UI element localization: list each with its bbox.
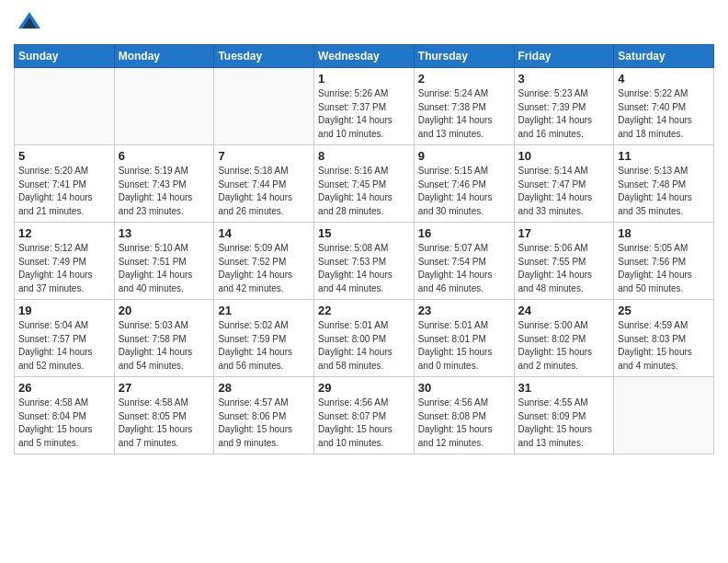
- day-number: 11: [618, 149, 710, 163]
- calendar-cell: 9Sunrise: 5:15 AM Sunset: 7:46 PM Daylig…: [414, 145, 514, 223]
- day-info: Sunrise: 5:01 AM Sunset: 8:00 PM Dayligh…: [318, 319, 410, 373]
- day-info: Sunrise: 5:19 AM Sunset: 7:43 PM Dayligh…: [119, 165, 210, 218]
- weekday-header-wednesday: Wednesday: [314, 45, 415, 68]
- day-number: 8: [318, 149, 410, 163]
- day-number: 26: [18, 381, 110, 395]
- calendar-cell: [15, 68, 115, 145]
- calendar-cell: 27Sunrise: 4:58 AM Sunset: 8:05 PM Dayli…: [114, 377, 214, 454]
- logo: [14, 9, 48, 37]
- day-number: 3: [518, 72, 610, 86]
- calendar-cell: 2Sunrise: 5:24 AM Sunset: 7:38 PM Daylig…: [414, 68, 514, 145]
- day-number: 30: [418, 381, 510, 395]
- calendar-cell: 29Sunrise: 4:56 AM Sunset: 8:07 PM Dayli…: [314, 377, 415, 454]
- day-info: Sunrise: 5:01 AM Sunset: 8:01 PM Dayligh…: [418, 319, 510, 373]
- day-number: 2: [418, 72, 510, 86]
- calendar-cell: 30Sunrise: 4:56 AM Sunset: 8:08 PM Dayli…: [414, 377, 514, 454]
- day-info: Sunrise: 4:57 AM Sunset: 8:06 PM Dayligh…: [218, 396, 310, 450]
- week-row-0: 1Sunrise: 5:26 AM Sunset: 7:37 PM Daylig…: [15, 68, 714, 145]
- weekday-header-row: SundayMondayTuesdayWednesdayThursdayFrid…: [15, 45, 714, 68]
- calendar-cell: 12Sunrise: 5:12 AM Sunset: 7:49 PM Dayli…: [15, 223, 115, 300]
- day-number: 25: [618, 304, 710, 317]
- day-info: Sunrise: 5:02 AM Sunset: 7:59 PM Dayligh…: [218, 319, 310, 373]
- calendar-cell: 8Sunrise: 5:16 AM Sunset: 7:45 PM Daylig…: [314, 145, 415, 223]
- calendar-cell: 13Sunrise: 5:10 AM Sunset: 7:51 PM Dayli…: [114, 223, 214, 300]
- calendar-cell: 7Sunrise: 5:18 AM Sunset: 7:44 PM Daylig…: [214, 145, 314, 223]
- calendar-cell: 14Sunrise: 5:09 AM Sunset: 7:52 PM Dayli…: [214, 223, 314, 300]
- day-info: Sunrise: 4:56 AM Sunset: 8:08 PM Dayligh…: [418, 396, 510, 450]
- day-info: Sunrise: 5:06 AM Sunset: 7:55 PM Dayligh…: [518, 242, 610, 295]
- calendar-cell: 18Sunrise: 5:05 AM Sunset: 7:56 PM Dayli…: [614, 223, 714, 300]
- calendar-cell: 4Sunrise: 5:22 AM Sunset: 7:40 PM Daylig…: [614, 68, 714, 145]
- day-info: Sunrise: 4:58 AM Sunset: 8:04 PM Dayligh…: [18, 396, 110, 450]
- calendar-cell: 17Sunrise: 5:06 AM Sunset: 7:55 PM Dayli…: [514, 223, 614, 300]
- day-number: 10: [518, 149, 610, 163]
- day-info: Sunrise: 5:12 AM Sunset: 7:49 PM Dayligh…: [18, 242, 110, 295]
- day-number: 27: [119, 381, 210, 395]
- day-number: 21: [218, 304, 310, 317]
- weekday-header-sunday: Sunday: [15, 45, 115, 68]
- day-info: Sunrise: 5:18 AM Sunset: 7:44 PM Dayligh…: [218, 165, 310, 218]
- day-number: 24: [518, 304, 610, 317]
- day-number: 19: [18, 304, 110, 317]
- day-info: Sunrise: 5:10 AM Sunset: 7:51 PM Dayligh…: [119, 242, 210, 295]
- day-number: 22: [318, 304, 410, 317]
- day-number: 7: [218, 149, 310, 163]
- day-number: 14: [218, 226, 310, 240]
- day-info: Sunrise: 5:08 AM Sunset: 7:53 PM Dayligh…: [318, 242, 410, 295]
- calendar-cell: 5Sunrise: 5:20 AM Sunset: 7:41 PM Daylig…: [15, 145, 115, 223]
- calendar-cell: 23Sunrise: 5:01 AM Sunset: 8:01 PM Dayli…: [414, 300, 514, 377]
- day-number: 4: [618, 72, 710, 86]
- calendar-cell: 20Sunrise: 5:03 AM Sunset: 7:58 PM Dayli…: [114, 300, 214, 377]
- day-number: 31: [518, 381, 610, 395]
- calendar-cell: 24Sunrise: 5:00 AM Sunset: 8:02 PM Dayli…: [514, 300, 614, 377]
- calendar-cell: 19Sunrise: 5:04 AM Sunset: 7:57 PM Dayli…: [15, 300, 115, 377]
- day-number: 9: [418, 149, 510, 163]
- weekday-header-monday: Monday: [114, 45, 214, 68]
- weekday-header-friday: Friday: [514, 45, 614, 68]
- day-number: 23: [418, 304, 510, 317]
- calendar-cell: 22Sunrise: 5:01 AM Sunset: 8:00 PM Dayli…: [314, 300, 415, 377]
- calendar-cell: [614, 377, 714, 454]
- calendar-cell: 6Sunrise: 5:19 AM Sunset: 7:43 PM Daylig…: [114, 145, 214, 223]
- day-number: 29: [318, 381, 410, 395]
- day-info: Sunrise: 5:14 AM Sunset: 7:47 PM Dayligh…: [518, 165, 610, 218]
- day-info: Sunrise: 4:59 AM Sunset: 8:03 PM Dayligh…: [618, 319, 710, 373]
- calendar-cell: 31Sunrise: 4:55 AM Sunset: 8:09 PM Dayli…: [514, 377, 614, 454]
- calendar-cell: 28Sunrise: 4:57 AM Sunset: 8:06 PM Dayli…: [214, 377, 314, 454]
- day-info: Sunrise: 5:22 AM Sunset: 7:40 PM Dayligh…: [618, 87, 710, 141]
- day-info: Sunrise: 5:07 AM Sunset: 7:54 PM Dayligh…: [418, 242, 510, 295]
- calendar-cell: 21Sunrise: 5:02 AM Sunset: 7:59 PM Dayli…: [214, 300, 314, 377]
- day-number: 15: [318, 226, 410, 240]
- day-number: 13: [119, 226, 210, 240]
- logo-icon: [16, 9, 43, 37]
- week-row-3: 19Sunrise: 5:04 AM Sunset: 7:57 PM Dayli…: [15, 300, 714, 377]
- day-number: 20: [119, 304, 210, 317]
- calendar-table: SundayMondayTuesdayWednesdayThursdayFrid…: [14, 44, 714, 454]
- day-info: Sunrise: 4:55 AM Sunset: 8:09 PM Dayligh…: [518, 396, 610, 450]
- weekday-header-saturday: Saturday: [614, 45, 714, 68]
- day-info: Sunrise: 5:03 AM Sunset: 7:58 PM Dayligh…: [119, 319, 210, 373]
- page: SundayMondayTuesdayWednesdayThursdayFrid…: [0, 0, 728, 563]
- calendar-cell: 25Sunrise: 4:59 AM Sunset: 8:03 PM Dayli…: [614, 300, 714, 377]
- day-info: Sunrise: 5:04 AM Sunset: 7:57 PM Dayligh…: [18, 319, 110, 373]
- day-info: Sunrise: 5:16 AM Sunset: 7:45 PM Dayligh…: [318, 165, 410, 218]
- calendar-cell: 3Sunrise: 5:23 AM Sunset: 7:39 PM Daylig…: [514, 68, 614, 145]
- day-number: 17: [518, 226, 610, 240]
- day-number: 6: [119, 149, 210, 163]
- day-number: 16: [418, 226, 510, 240]
- calendar-cell: 11Sunrise: 5:13 AM Sunset: 7:48 PM Dayli…: [614, 145, 714, 223]
- calendar-cell: 16Sunrise: 5:07 AM Sunset: 7:54 PM Dayli…: [414, 223, 514, 300]
- week-row-4: 26Sunrise: 4:58 AM Sunset: 8:04 PM Dayli…: [15, 377, 714, 454]
- week-row-2: 12Sunrise: 5:12 AM Sunset: 7:49 PM Dayli…: [15, 223, 714, 300]
- day-number: 1: [318, 72, 410, 86]
- day-info: Sunrise: 5:23 AM Sunset: 7:39 PM Dayligh…: [518, 87, 610, 141]
- day-info: Sunrise: 4:58 AM Sunset: 8:05 PM Dayligh…: [119, 396, 210, 450]
- day-info: Sunrise: 5:20 AM Sunset: 7:41 PM Dayligh…: [18, 165, 110, 218]
- day-info: Sunrise: 5:24 AM Sunset: 7:38 PM Dayligh…: [418, 87, 510, 141]
- weekday-header-thursday: Thursday: [414, 45, 514, 68]
- header: [14, 9, 714, 37]
- day-info: Sunrise: 4:56 AM Sunset: 8:07 PM Dayligh…: [318, 396, 410, 450]
- calendar-cell: [114, 68, 214, 145]
- calendar-cell: 1Sunrise: 5:26 AM Sunset: 7:37 PM Daylig…: [314, 68, 415, 145]
- day-number: 28: [218, 381, 310, 395]
